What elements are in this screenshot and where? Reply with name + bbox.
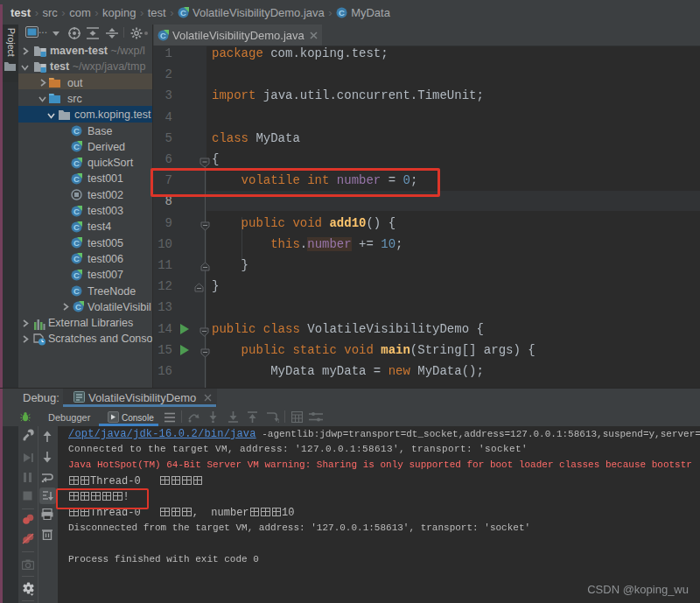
svg-text:C: C xyxy=(74,158,80,168)
svg-text:C: C xyxy=(180,8,186,18)
svg-text:C: C xyxy=(74,126,80,136)
svg-text:C: C xyxy=(74,286,80,296)
svg-text:C: C xyxy=(74,207,80,216)
svg-text:C: C xyxy=(75,302,81,312)
svg-text:C: C xyxy=(74,222,80,232)
svg-text:C: C xyxy=(74,142,80,151)
svg-text:C: C xyxy=(339,8,345,18)
svg-text:C: C xyxy=(74,270,80,280)
svg-text:C: C xyxy=(160,31,166,40)
svg-text:C: C xyxy=(74,174,80,184)
svg-text:1: 1 xyxy=(277,418,279,423)
svg-text:C: C xyxy=(74,238,80,248)
svg-text:C: C xyxy=(74,254,80,263)
